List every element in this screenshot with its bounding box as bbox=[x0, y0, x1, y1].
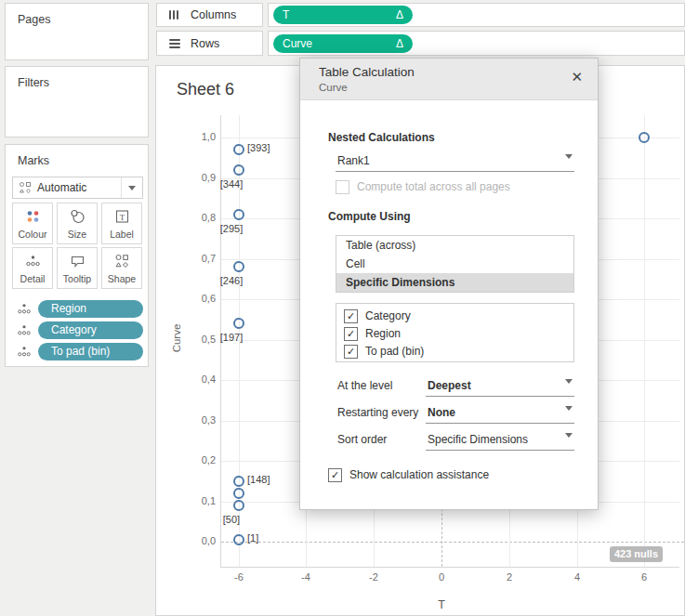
y-axis-tick-label: 0,3 bbox=[182, 414, 216, 426]
dimension-label: Region bbox=[365, 325, 401, 343]
dialog-title: Table Calculation bbox=[319, 65, 415, 79]
x-axis-tick-label: -4 bbox=[292, 571, 320, 583]
x-axis-title[interactable]: T bbox=[423, 598, 460, 611]
param-select[interactable]: Specific Dimensions bbox=[426, 430, 574, 451]
zero-gridline-horizontal bbox=[221, 542, 684, 543]
assistance-label: Show calculation assistance bbox=[349, 468, 489, 481]
nested-calculations-label: Nested Calculations bbox=[328, 131, 435, 144]
y-axis-tick-label: 0,2 bbox=[182, 454, 216, 465]
compute-option[interactable]: Table (across) bbox=[336, 236, 573, 255]
chevron-down-icon bbox=[565, 384, 573, 397]
y-axis-tick-label: 0,1 bbox=[182, 495, 216, 506]
y-axis-tick-label: 0,7 bbox=[182, 253, 216, 264]
data-point-label: [148] bbox=[247, 474, 270, 485]
nulls-indicator-badge[interactable]: 423 nulls bbox=[610, 546, 663, 562]
param-value: Deepest bbox=[428, 379, 471, 392]
data-point[interactable] bbox=[233, 488, 244, 499]
data-point-label: [295] bbox=[213, 223, 250, 234]
param-value: Specific Dimensions bbox=[428, 433, 528, 446]
param-value: None bbox=[428, 406, 455, 419]
data-point[interactable] bbox=[233, 144, 244, 155]
y-axis-tick-label: 0,6 bbox=[182, 293, 216, 304]
x-axis-tick-label: -2 bbox=[360, 571, 388, 583]
data-point[interactable] bbox=[233, 209, 244, 220]
y-axis-tick-label: 0,9 bbox=[182, 172, 216, 183]
dimension-checkbox[interactable]: ✓ bbox=[344, 345, 358, 359]
nested-calculation-value: Rank1 bbox=[337, 154, 370, 167]
param-row-restarting-every: Restarting everyNone bbox=[300, 403, 599, 424]
param-row-sort-order: Sort orderSpecific Dimensions bbox=[300, 430, 599, 451]
dimension-checkbox[interactable]: ✓ bbox=[344, 309, 358, 323]
param-select[interactable]: Deepest bbox=[426, 376, 574, 397]
data-point-label: [1] bbox=[247, 532, 258, 544]
param-label: Restarting every bbox=[337, 406, 418, 419]
nested-calculation-select[interactable]: Rank1 bbox=[336, 151, 574, 172]
param-label: Sort order bbox=[337, 433, 387, 446]
data-point[interactable] bbox=[233, 318, 244, 329]
dialog-header: Table Calculation Curve ✕ bbox=[300, 59, 598, 100]
data-point[interactable] bbox=[233, 476, 244, 487]
dimension-row[interactable]: ✓Category bbox=[336, 308, 573, 325]
y-axis-tick-label: 1,0 bbox=[182, 131, 216, 142]
chevron-down-icon bbox=[565, 411, 573, 424]
y-axis-tick-label: 0,5 bbox=[182, 334, 216, 345]
compute-total-checkbox bbox=[336, 180, 349, 194]
compute-using-label: Compute Using bbox=[328, 210, 411, 223]
assistance-checkbox[interactable]: ✓ bbox=[328, 468, 342, 482]
compute-total-label: Compute total across all pages bbox=[357, 180, 510, 193]
data-point-label: [197] bbox=[213, 332, 250, 343]
data-point-label: [393] bbox=[247, 142, 270, 153]
x-axis-tick-label: 4 bbox=[563, 571, 591, 583]
y-axis-tick-label: 0,8 bbox=[182, 212, 216, 223]
y-axis-tick-label: 0,0 bbox=[182, 535, 216, 546]
table-calculation-dialog: Table Calculation Curve ✕ Nested Calcula… bbox=[299, 58, 599, 510]
dimension-row[interactable]: ✓Region bbox=[336, 325, 573, 343]
compute-option[interactable]: Specific Dimensions bbox=[336, 273, 573, 292]
chevron-down-icon bbox=[565, 438, 573, 451]
y-axis-tick-label: 0,4 bbox=[182, 374, 216, 385]
dialog-subtitle: Curve bbox=[319, 82, 348, 93]
x-axis-tick-label: 2 bbox=[495, 571, 523, 583]
compute-option[interactable]: Cell bbox=[336, 255, 573, 273]
x-axis-tick-label: 6 bbox=[630, 571, 658, 583]
y-axis-title[interactable]: Curve bbox=[171, 301, 182, 375]
data-point[interactable] bbox=[233, 261, 244, 272]
dimensions-checkbox-list: ✓Category✓Region✓To pad (bin) bbox=[336, 303, 574, 362]
data-point-label: [246] bbox=[213, 275, 250, 286]
param-label: At the level bbox=[337, 379, 392, 392]
dimension-row[interactable]: ✓To pad (bin) bbox=[336, 343, 573, 360]
sheet-title: Sheet 6 bbox=[177, 80, 234, 99]
x-axis-tick-label: 0 bbox=[428, 571, 455, 583]
close-icon[interactable]: ✕ bbox=[571, 69, 583, 85]
param-row-at-the-level: At the levelDeepest bbox=[300, 376, 599, 397]
dimension-label: Category bbox=[365, 308, 411, 325]
gridline-vertical bbox=[644, 115, 645, 567]
compute-using-list: Table (across)CellSpecific Dimensions bbox=[336, 235, 574, 293]
dimension-checkbox[interactable]: ✓ bbox=[344, 327, 358, 341]
param-select[interactable]: None bbox=[426, 403, 574, 424]
compute-total-checkbox-row: Compute total across all pages bbox=[336, 180, 510, 194]
x-axis-tick-label: -6 bbox=[225, 571, 253, 583]
chevron-down-icon bbox=[565, 159, 573, 172]
data-point[interactable] bbox=[639, 132, 650, 143]
x-axis-line bbox=[220, 567, 679, 568]
dimension-label: To pad (bin) bbox=[365, 343, 424, 360]
data-point[interactable] bbox=[233, 500, 244, 511]
assistance-checkbox-row[interactable]: ✓Show calculation assistance bbox=[328, 468, 489, 482]
data-point-label: [344] bbox=[213, 178, 250, 190]
data-point[interactable] bbox=[233, 534, 244, 545]
tableau-workspace: Pages Filters Marks Automatic ColourSize… bbox=[0, 0, 685, 616]
data-point-label: [50] bbox=[213, 514, 250, 525]
data-point[interactable] bbox=[233, 164, 244, 176]
